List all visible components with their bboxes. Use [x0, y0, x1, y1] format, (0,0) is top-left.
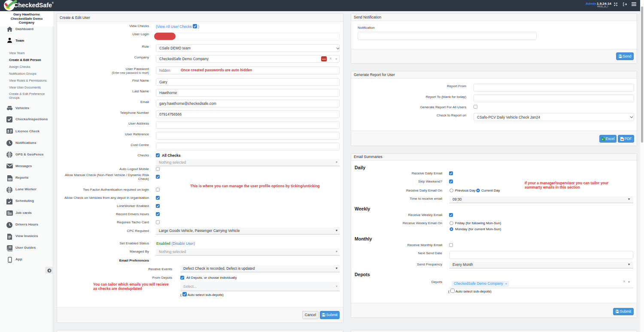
svg-text:x: x: [602, 138, 603, 140]
svg-text:PDF: PDF: [8, 178, 12, 180]
